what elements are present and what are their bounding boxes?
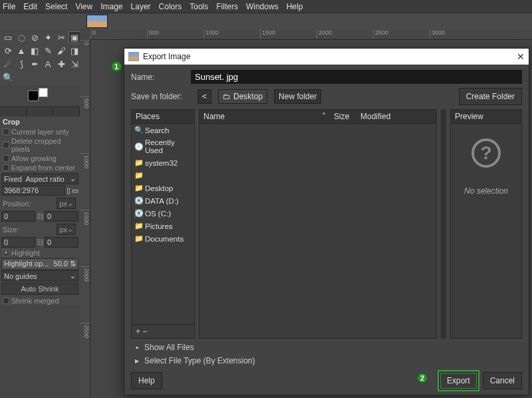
dialog-titlebar: Export Image ✕ (124, 49, 529, 65)
tool-rotate-icon[interactable]: ⟳ (2, 45, 14, 57)
place-pictures[interactable]: 📁Pictures (132, 220, 194, 232)
sort-asc-icon: ˄ (322, 112, 326, 121)
question-mark-icon: ? (471, 138, 501, 168)
filename-input[interactable] (191, 70, 522, 84)
fg-color-swatch[interactable] (28, 91, 39, 101)
drive-icon: 💽 (134, 196, 142, 205)
menu-colors[interactable]: Colors (159, 2, 182, 11)
place-desktop[interactable]: 📁Desktop (132, 182, 194, 194)
place-home[interactable]: 📁 (132, 169, 194, 182)
folder-icon: 📁 (134, 158, 142, 167)
drive-icon: 💽 (134, 209, 142, 218)
aspect-ratio-input[interactable]: 3968:2976 (1, 185, 65, 196)
dialog-title: Export Image (143, 52, 190, 61)
image-tab-bar (0, 13, 532, 29)
pos-y-input[interactable]: 0 (45, 211, 78, 222)
shrink-merged-checkbox[interactable] (3, 298, 9, 304)
tool-pencil-icon[interactable]: ✎ (42, 45, 54, 57)
orient-portrait-icon[interactable]: ▯ (66, 186, 70, 195)
opt-allow-growing-checkbox[interactable] (3, 155, 9, 162)
size-w-input[interactable]: 0 (1, 237, 35, 248)
menu-file[interactable]: File (3, 2, 15, 11)
scrollbar[interactable] (441, 109, 446, 339)
tool-gradient-icon[interactable]: ◧ (29, 45, 41, 57)
menu-help[interactable]: Help (287, 2, 303, 11)
tool-crop-icon[interactable]: ▣ (68, 31, 80, 43)
path-segment-newfolder[interactable]: New folder (274, 89, 321, 104)
opt-current-layer-label: Current layer only (11, 128, 69, 136)
annotation-badge-2: 2 (417, 373, 428, 383)
export-image-dialog: Export Image ✕ Name: Save in folder: < 🗀… (124, 48, 529, 395)
tool-scissors-icon[interactable]: ✂ (55, 31, 67, 43)
tool-clone-icon[interactable]: ☄ (2, 58, 14, 70)
col-name-header[interactable]: Name˄ (200, 110, 330, 123)
link-icon[interactable]: ⛓ (37, 212, 43, 220)
place-drive-c[interactable]: 💽OS (C:) (132, 207, 194, 220)
opt-expand-center-checkbox[interactable] (3, 164, 9, 171)
col-modified-header[interactable]: Modified (356, 110, 436, 123)
size-unit-select[interactable]: px ⌄ (57, 224, 76, 235)
menu-select[interactable]: Select (45, 2, 67, 11)
places-add-remove[interactable]: + − (132, 324, 194, 338)
opt-current-layer-checkbox[interactable] (3, 128, 9, 135)
file-list: Name˄ Size Modified (199, 109, 437, 339)
size-h-input[interactable]: 0 (45, 237, 78, 248)
tool-smudge-icon[interactable]: ⟆ (15, 58, 27, 70)
col-size-header[interactable]: Size (330, 110, 356, 123)
menu-layer[interactable]: Layer (131, 2, 151, 11)
place-drive-d[interactable]: 💽DATA (D:) (132, 194, 194, 207)
path-segment-desktop[interactable]: 🗀Desktop (218, 89, 267, 104)
position-unit-select[interactable]: px ⌄ (57, 198, 76, 209)
annotation-badge-1: 1 (111, 61, 122, 72)
guides-select[interactable]: No guides⌄ (1, 270, 78, 282)
shrink-merged-label: Shrink merged (11, 297, 59, 305)
menu-tools[interactable]: Tools (190, 2, 208, 11)
pos-x-input[interactable]: 0 (1, 211, 35, 222)
bg-color-swatch[interactable] (39, 88, 48, 97)
tool-text-icon[interactable]: A (42, 58, 54, 70)
export-button[interactable]: Export (440, 372, 477, 389)
tool-fuzzy-select-icon[interactable]: ✦ (42, 31, 54, 43)
close-icon[interactable]: ✕ (517, 51, 525, 62)
size-label: Size: (3, 226, 19, 234)
menu-view[interactable]: View (75, 2, 92, 11)
menu-image[interactable]: Image (100, 2, 122, 11)
opt-expand-center-label: Expand from center (11, 164, 75, 172)
place-search[interactable]: 🔍Search (132, 124, 194, 136)
tool-path-icon[interactable]: ✒ (29, 58, 41, 70)
image-thumb[interactable] (86, 15, 108, 28)
create-folder-button[interactable]: Create Folder (459, 88, 522, 105)
place-documents[interactable]: 📁Documents (132, 232, 194, 245)
place-system32[interactable]: 📁system32 (132, 156, 194, 169)
chevron-down-icon: ⌄ (70, 272, 76, 280)
tool-free-select-icon[interactable]: ⊘ (29, 31, 41, 43)
select-file-type-toggle[interactable]: ▸ Select File Type (By Extension) (131, 356, 522, 365)
chevron-down-icon: ⌄ (67, 225, 73, 234)
tool-zoom-icon[interactable]: 🔍 (2, 71, 14, 83)
orient-landscape-icon[interactable]: ▭ (72, 186, 78, 195)
opt-delete-pixels-checkbox[interactable] (3, 142, 9, 148)
tool-brush-icon[interactable]: 🖌 (55, 45, 67, 57)
tool-ellipse-select-icon[interactable]: ◌ (15, 31, 27, 43)
fixed-mode-select[interactable]: Fixed Aspect ratio ⌄ (1, 173, 78, 184)
cancel-button[interactable]: Cancel (483, 372, 522, 389)
menu-edit[interactable]: Edit (23, 2, 37, 11)
menu-windows[interactable]: Windows (246, 2, 279, 11)
tool-measure-icon[interactable]: ⇲ (68, 58, 80, 70)
tool-eraser-icon[interactable]: ◨ (68, 45, 80, 57)
path-back-button[interactable]: < (198, 89, 211, 104)
tool-color-picker-icon[interactable]: ✚ (55, 58, 67, 70)
highlight-opacity-slider[interactable]: Highlight op...50.0 ⇅ (1, 258, 78, 270)
folder-icon: 📁 (134, 184, 142, 192)
auto-shrink-button[interactable]: Auto Shrink (1, 283, 78, 295)
place-recent[interactable]: 🕘Recently Used (132, 136, 194, 156)
help-button[interactable]: Help (131, 372, 162, 389)
color-swatches[interactable] (28, 88, 48, 105)
highlight-checkbox[interactable] (3, 250, 9, 256)
link-icon[interactable]: ⛓ (37, 238, 43, 246)
tool-rect-select-icon[interactable]: ▭ (2, 31, 14, 43)
show-all-files-toggle[interactable]: ▪ Show All Files (131, 343, 522, 352)
places-header: Places (132, 110, 194, 124)
menu-filters[interactable]: Filters (216, 2, 238, 11)
tool-bucket-icon[interactable]: ▲ (15, 45, 27, 57)
